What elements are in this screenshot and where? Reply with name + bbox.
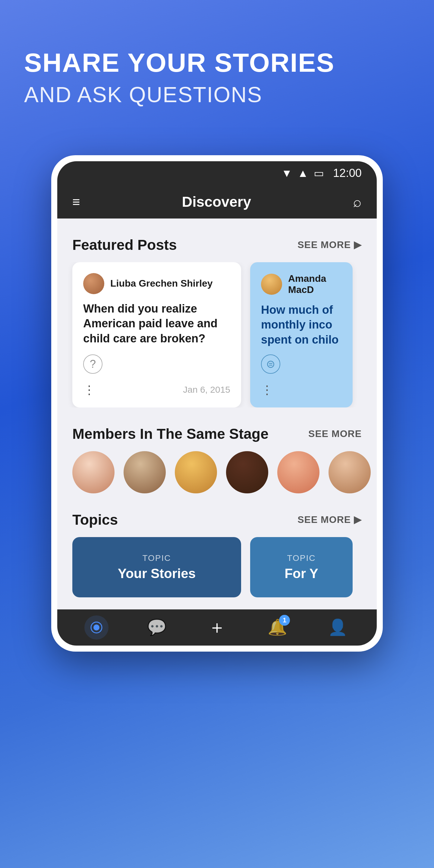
featured-posts-scroll: Liuba Grechen Shirley When did you reali… xyxy=(57,262,377,407)
topics-section: Topics SEE MORE ▶ TOPIC Your Stories TOP… xyxy=(57,505,377,597)
post-card-1-header: Liuba Grechen Shirley xyxy=(83,273,230,294)
featured-posts-header: Featured Posts SEE MORE ▶ xyxy=(57,230,377,262)
phone-mockup: ▼ ▲ ▭ 12:00 ≡ Discovery ⌕ Featured Posts… xyxy=(51,155,383,652)
battery-icon: ▭ xyxy=(314,167,324,180)
nav-badge: 1 xyxy=(279,615,290,626)
nav-home[interactable] xyxy=(82,613,112,643)
post-body-2: How much of monthly inco spent on chilo xyxy=(261,303,342,347)
more-dots-2[interactable]: ⋮ xyxy=(261,383,273,397)
question-icon-2: ⊜ xyxy=(261,354,280,374)
author-name-1: Liuba Grechen Shirley xyxy=(110,278,213,289)
nav-chat[interactable]: 💬 xyxy=(142,613,172,643)
member-avatar-4[interactable] xyxy=(226,451,268,493)
post-body-1: When did you realize American paid leave… xyxy=(83,301,230,347)
hero-section: SHARE YOUR STORIES AND ASK QUESTIONS xyxy=(24,48,335,107)
hero-subtitle: AND ASK QUESTIONS xyxy=(24,82,335,107)
topics-see-more[interactable]: SEE MORE ▶ xyxy=(298,514,362,525)
app-title: Discovery xyxy=(182,193,251,210)
phone-screen: ▼ ▲ ▭ 12:00 ≡ Discovery ⌕ Featured Posts… xyxy=(57,161,377,646)
featured-posts-title: Featured Posts xyxy=(72,237,177,253)
topic-card-1[interactable]: TOPIC Your Stories xyxy=(72,537,241,597)
member-avatar-1[interactable] xyxy=(72,451,115,493)
members-title: Members In The Same Stage xyxy=(72,426,269,442)
nav-profile[interactable]: 👤 xyxy=(322,613,352,643)
status-icons: ▼ ▲ ▭ xyxy=(281,167,324,180)
post-footer-1: ⋮ Jan 6, 2015 xyxy=(83,383,230,397)
post-card-1[interactable]: Liuba Grechen Shirley When did you reali… xyxy=(72,262,241,407)
hero-title: SHARE YOUR STORIES xyxy=(24,48,335,78)
topic-name-1: Your Stories xyxy=(118,566,195,581)
search-icon[interactable]: ⌕ xyxy=(353,193,362,210)
avatar-1 xyxy=(83,273,104,294)
members-header: Members In The Same Stage SEE MORE xyxy=(57,420,377,451)
topic-name-2: For Y xyxy=(284,566,318,581)
signal-icon: ▲ xyxy=(298,167,308,180)
app-bar: ≡ Discovery ⌕ xyxy=(57,185,377,218)
featured-posts-see-more[interactable]: SEE MORE ▶ xyxy=(298,239,362,250)
svg-point-1 xyxy=(93,624,99,630)
content-area: Featured Posts SEE MORE ▶ Liuba Grechen … xyxy=(57,218,377,610)
status-time: 12:00 xyxy=(333,167,362,180)
question-icon-1: ? xyxy=(83,354,102,374)
member-avatar-3[interactable] xyxy=(175,451,217,493)
menu-icon[interactable]: ≡ xyxy=(72,194,80,210)
topics-header: Topics SEE MORE ▶ xyxy=(57,505,377,537)
profile-icon: 👤 xyxy=(328,618,347,637)
post-date-1: Jan 6, 2015 xyxy=(183,384,230,395)
status-bar: ▼ ▲ ▭ 12:00 xyxy=(57,161,377,185)
members-section: Members In The Same Stage SEE MORE xyxy=(57,420,377,493)
author-name-2: Amanda MacD xyxy=(288,273,342,296)
member-avatar-6[interactable] xyxy=(329,451,371,493)
members-scroll xyxy=(57,451,377,493)
member-avatar-5[interactable] xyxy=(277,451,319,493)
nav-bell[interactable]: 🔔 1 xyxy=(262,613,292,643)
nav-add[interactable]: ＋ xyxy=(202,613,232,643)
home-icon xyxy=(84,615,108,640)
wifi-icon: ▼ xyxy=(281,167,292,180)
topics-scroll: TOPIC Your Stories TOPIC For Y xyxy=(57,537,377,597)
post-footer-2: ⋮ xyxy=(261,383,342,397)
bottom-nav: 💬 ＋ 🔔 1 👤 xyxy=(57,610,377,646)
add-icon: ＋ xyxy=(208,615,226,640)
avatar-2 xyxy=(261,274,282,295)
post-card-2-header: Amanda MacD xyxy=(261,273,342,296)
member-avatar-2[interactable] xyxy=(124,451,166,493)
topic-label-2: TOPIC xyxy=(287,553,315,563)
more-dots-1[interactable]: ⋮ xyxy=(83,383,96,397)
topics-title: Topics xyxy=(72,512,118,528)
members-see-more[interactable]: SEE MORE xyxy=(308,428,362,439)
post-card-2[interactable]: Amanda MacD How much of monthly inco spe… xyxy=(250,262,352,407)
topic-label-1: TOPIC xyxy=(142,553,171,563)
chat-icon: 💬 xyxy=(147,618,167,637)
topic-card-2[interactable]: TOPIC For Y xyxy=(250,537,352,597)
